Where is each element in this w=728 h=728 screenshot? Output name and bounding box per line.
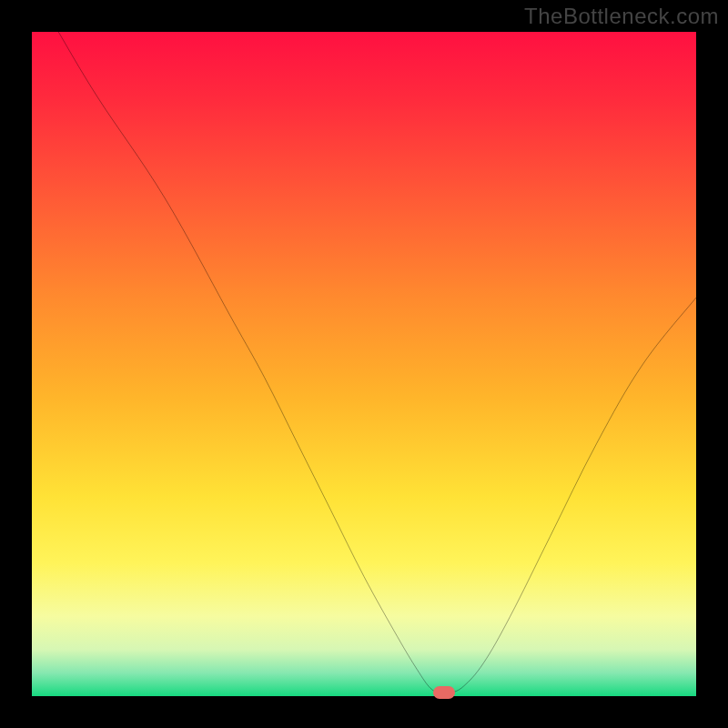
plot-area: [32, 32, 696, 696]
curve-line: [58, 32, 696, 693]
watermark-text: TheBottleneck.com: [524, 4, 719, 29]
optimal-point-marker: [433, 686, 455, 699]
bottleneck-curve: [32, 32, 696, 696]
chart-container: TheBottleneck.com: [0, 0, 728, 728]
